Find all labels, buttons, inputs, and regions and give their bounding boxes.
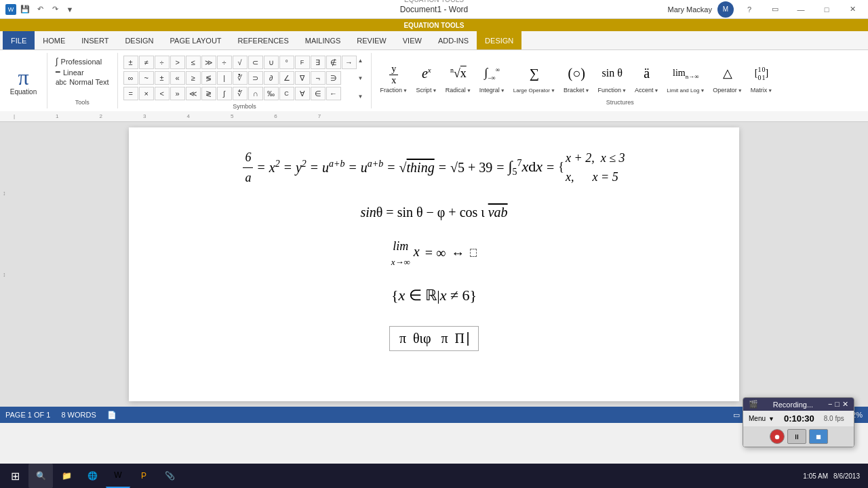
sym-times[interactable]: × xyxy=(139,87,154,100)
sym-ni[interactable]: ∋ xyxy=(326,71,341,85)
taskbar-search[interactable]: 🔍 xyxy=(28,464,53,488)
sym-scroll-more[interactable]: ▼ xyxy=(358,93,363,100)
integral-dropdown[interactable]: ▼ xyxy=(500,88,505,93)
linear-btn[interactable]: ━ Linear xyxy=(53,67,112,77)
ribbon-display-btn[interactable]: ▭ xyxy=(765,3,785,16)
sym-int[interactable]: ∫ xyxy=(217,87,232,100)
sym-partial[interactable]: ∂ xyxy=(264,71,279,85)
document-page[interactable]: 6 a = x2 = y2 = ua+b = ua+b = √thing = √… xyxy=(129,127,739,401)
operator-dropdown[interactable]: ▼ xyxy=(738,88,743,93)
sym-lll[interactable]: ≪ xyxy=(186,87,201,100)
recording-pause-btn[interactable]: ⏸ xyxy=(787,429,806,444)
tab-addins[interactable]: ADD-INS xyxy=(430,31,477,49)
sym-cap[interactable]: ∩ xyxy=(248,87,263,100)
sym-geq[interactable]: ≥ xyxy=(186,71,201,85)
sym-gtrless[interactable]: ≷ xyxy=(201,87,216,100)
taskbar-explorer[interactable]: 📁 xyxy=(54,464,79,488)
recording-max[interactable]: □ xyxy=(835,400,840,409)
tab-file[interactable]: FILE xyxy=(3,31,35,49)
matrix-dropdown[interactable]: ▼ xyxy=(768,88,772,93)
taskbar-ie[interactable]: 🌐 xyxy=(80,464,104,488)
integral-btn[interactable]: ∫−∞∞ Integral ▼ xyxy=(477,58,508,95)
radical-dropdown[interactable]: ▼ xyxy=(467,88,471,93)
sym-frt[interactable]: ∜ xyxy=(233,87,248,100)
sym-lessgtr[interactable]: ≶ xyxy=(201,71,216,85)
sym-f[interactable]: F xyxy=(295,56,310,69)
sym-subset[interactable]: ⊂ xyxy=(248,56,263,69)
sym-div[interactable]: ÷ xyxy=(155,56,170,69)
limit-log-btn[interactable]: limn→∞ Limit and Log ▼ xyxy=(664,59,707,95)
customize-qat-btn[interactable]: ▼ xyxy=(64,3,76,16)
sym-exists[interactable]: ∃ xyxy=(311,56,326,69)
sym-tilde[interactable]: ~ xyxy=(139,71,154,85)
sym-cbrt[interactable]: ∛ xyxy=(233,71,248,85)
help-btn[interactable]: ? xyxy=(739,3,760,16)
recording-record-btn[interactable]: ⏺ xyxy=(770,429,785,444)
fraction-btn[interactable]: y x Fraction ▼ xyxy=(377,58,410,95)
tab-mailings[interactable]: MAILINGS xyxy=(297,31,349,49)
sym-cup[interactable]: ∪ xyxy=(264,56,279,69)
fraction-dropdown-icon[interactable]: ▼ xyxy=(403,88,408,93)
sym-sqrt[interactable]: √ xyxy=(233,56,248,69)
sym-inf[interactable]: ∞ xyxy=(123,71,138,85)
script-btn[interactable]: ex Script ▼ xyxy=(413,58,440,95)
sym-pm[interactable]: ± xyxy=(123,56,138,69)
tab-design-eq[interactable]: DESIGN xyxy=(477,31,521,49)
sym-pipe[interactable]: | xyxy=(217,71,232,85)
sym-c[interactable]: C xyxy=(279,87,294,100)
save-qat-btn[interactable]: 💾 xyxy=(19,3,31,16)
script-dropdown[interactable]: ▼ xyxy=(432,88,437,93)
recording-menu-dropdown[interactable]: ▼ xyxy=(768,415,774,422)
sym-notin[interactable]: ∉ xyxy=(326,56,341,69)
operator-btn[interactable]: △ Operator ▼ xyxy=(710,58,745,95)
view-btn-print[interactable]: ▭ xyxy=(733,411,740,420)
sym-scroll-down[interactable]: ▼ xyxy=(358,75,363,82)
sym-div2[interactable]: ÷ xyxy=(217,56,232,69)
bracket-dropdown[interactable]: ▼ xyxy=(585,88,590,93)
sym-neq[interactable]: ≠ xyxy=(139,56,154,69)
sym-eq[interactable]: = xyxy=(123,87,138,100)
start-button[interactable]: ⊞ xyxy=(3,464,27,488)
sym-nabla[interactable]: ∇ xyxy=(295,71,310,85)
tab-home[interactable]: HOME xyxy=(35,31,73,49)
function-btn[interactable]: sin θ Function ▼ xyxy=(595,58,629,95)
tab-insert[interactable]: INSERT xyxy=(73,31,117,49)
sym-in[interactable]: ∈ xyxy=(311,87,326,100)
tab-references[interactable]: REFERENCES xyxy=(230,31,297,49)
sym-pm2[interactable]: ± xyxy=(155,71,170,85)
sym-ll[interactable]: « xyxy=(170,71,185,85)
recording-stop-btn[interactable]: ⏹ xyxy=(809,429,828,444)
recording-close[interactable]: ✕ xyxy=(842,400,848,409)
function-dropdown[interactable]: ▼ xyxy=(622,88,627,93)
recording-min[interactable]: − xyxy=(828,400,832,409)
close-btn[interactable]: ✕ xyxy=(842,3,863,16)
radical-btn[interactable]: n√x Radical ▼ xyxy=(443,58,474,95)
sym-rarr[interactable]: → xyxy=(342,56,357,69)
sym-ggg[interactable]: ≫ xyxy=(201,56,216,69)
sym-permille[interactable]: ‰ xyxy=(264,87,279,100)
limit-dropdown[interactable]: ▼ xyxy=(700,88,705,93)
professional-btn[interactable]: ∫ Professional xyxy=(53,56,112,67)
sym-angle[interactable]: ∠ xyxy=(279,71,294,85)
redo-qat-btn[interactable]: ↷ xyxy=(49,3,61,16)
large-operator-btn[interactable]: ∑ Large Operator ▼ xyxy=(511,59,558,95)
accent-dropdown[interactable]: ▼ xyxy=(654,88,658,93)
normal-text-btn[interactable]: abc Normal Text xyxy=(53,77,112,87)
sym-scroll[interactable]: ▲ ▼ ▼ xyxy=(357,56,365,102)
sym-degree[interactable]: ° xyxy=(279,56,294,69)
undo-qat-btn[interactable]: ↶ xyxy=(34,3,46,16)
taskbar-app5[interactable]: 📎 xyxy=(157,464,182,488)
tab-review[interactable]: REVIEW xyxy=(349,31,394,49)
tab-page-layout[interactable]: PAGE LAYOUT xyxy=(162,31,230,49)
sym-supset[interactable]: ⊃ xyxy=(248,71,263,85)
tab-design[interactable]: DESIGN xyxy=(117,31,161,49)
sym-forall[interactable]: ∀ xyxy=(295,87,310,100)
sym-gg[interactable]: » xyxy=(170,87,185,100)
sym-scroll-up[interactable]: ▲ xyxy=(358,57,363,64)
sym-leq[interactable]: ≤ xyxy=(186,56,201,69)
sym-lt[interactable]: < xyxy=(155,87,170,100)
taskbar-powerpoint[interactable]: P xyxy=(132,464,156,488)
minimize-btn[interactable]: — xyxy=(791,3,811,16)
bracket-btn[interactable]: (○) Bracket ▼ xyxy=(561,58,592,95)
maximize-btn[interactable]: □ xyxy=(816,3,837,16)
